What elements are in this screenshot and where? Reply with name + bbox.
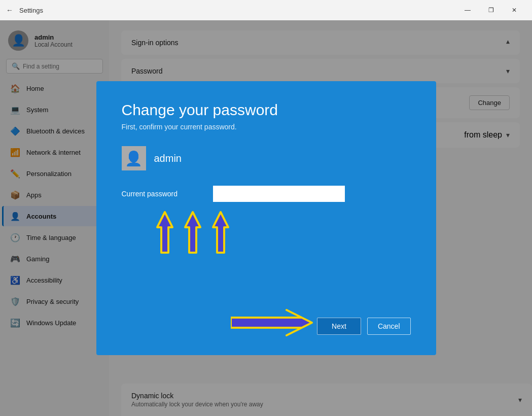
svg-marker-0 — [157, 212, 172, 253]
modal-title: Change your password — [122, 101, 411, 119]
maximize-button[interactable]: ❐ — [479, 2, 503, 18]
modal-username: admin — [154, 153, 182, 164]
svg-marker-3 — [231, 310, 312, 335]
svg-marker-2 — [213, 212, 228, 253]
back-button[interactable]: ← — [6, 6, 13, 14]
current-password-input[interactable] — [213, 186, 345, 202]
up-arrows-svg — [152, 207, 243, 258]
modal-user-row: 👤 admin — [122, 146, 411, 170]
titlebar-title: Settings — [19, 7, 43, 14]
titlebar: ← Settings — ❐ ✕ — [0, 0, 532, 20]
arrows-annotation — [152, 207, 411, 268]
window-controls: — ❐ ✕ — [456, 2, 526, 18]
svg-marker-1 — [185, 212, 200, 253]
change-password-modal: Change your password First, confirm your… — [96, 81, 436, 355]
modal-avatar: 👤 — [122, 146, 146, 170]
right-arrow-svg — [231, 307, 332, 338]
modal-subtitle: First, confirm your current password. — [122, 123, 411, 131]
close-button[interactable]: ✕ — [503, 2, 526, 18]
modal-user-icon: 👤 — [125, 150, 143, 167]
current-password-label: Current password — [122, 190, 203, 198]
minimize-button[interactable]: — — [456, 2, 479, 18]
modal-overlay: Change your password First, confirm your… — [0, 20, 532, 416]
modal-footer-area: Next Cancel — [122, 318, 411, 335]
cancel-button[interactable]: Cancel — [367, 318, 411, 335]
password-field-row: Current password — [122, 186, 411, 202]
